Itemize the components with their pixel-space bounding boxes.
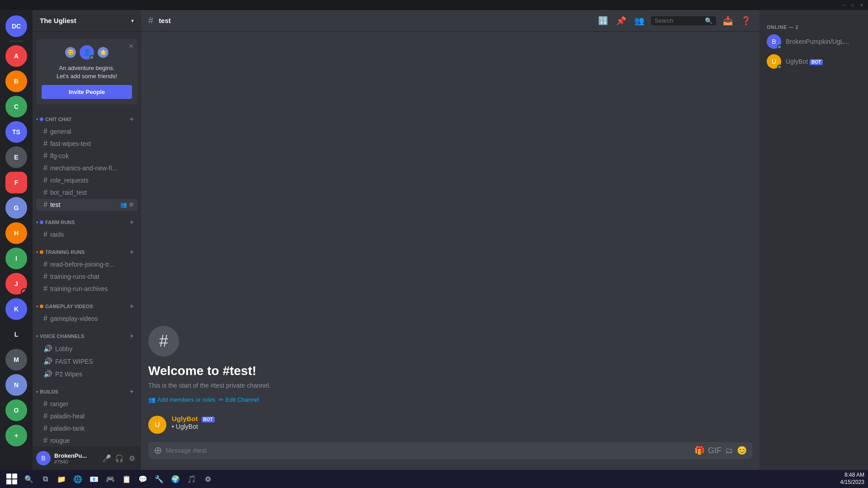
channel-gameplay-videos[interactable]: #gameplay-videos — [36, 313, 137, 324]
category-add-button-voice-channels[interactable]: + — [130, 332, 134, 340]
task-view-button[interactable]: ⧉ — [38, 472, 52, 486]
server-icon-server-f[interactable]: F — [5, 172, 27, 193]
channel-paladin-heal[interactable]: #paladin-heal — [36, 410, 137, 422]
category-collapse-icon: ▾ — [36, 117, 38, 122]
server-icon-server-j[interactable]: J1 — [5, 273, 27, 295]
app5-taskbar-button[interactable]: 📋 — [119, 472, 134, 486]
category-header-voice-channels[interactable]: ▾VOICE CHANNELS+ — [33, 325, 141, 342]
server-icon-server-o[interactable]: O — [5, 399, 27, 421]
channel-training-runs-chat[interactable]: #training-runs-chat — [36, 271, 137, 282]
adventure-close-button[interactable]: ✕ — [128, 42, 134, 50]
pin-header-button[interactable]: 📌 — [615, 14, 627, 27]
maximize-button[interactable]: □ — [850, 2, 855, 8]
channel-bot-raid-test[interactable]: #bot_raid_test — [36, 187, 137, 198]
app8-taskbar-button[interactable]: 🌍 — [168, 472, 183, 486]
server-icon-server-l[interactable]: L — [5, 324, 27, 345]
category-header-builds[interactable]: ▾BUILDS+ — [33, 380, 141, 398]
gift-button[interactable]: 🎁 — [694, 446, 704, 455]
user-controls: 🎤 🎧 ⚙ — [101, 453, 137, 464]
gif-button[interactable]: GIF — [708, 446, 722, 455]
channel-read-before-joining-tr---[interactable]: #read-before-joining-tr... — [36, 258, 137, 270]
category-dot — [40, 250, 43, 254]
text-channel-icon: # — [43, 400, 47, 408]
invite-people-button[interactable]: Invite People — [42, 85, 132, 99]
channel-paladin-tank[interactable]: #paladin-tank — [36, 422, 137, 434]
settings-button[interactable]: ⚙ — [127, 453, 137, 464]
server-icon-server-h[interactable]: H — [5, 222, 27, 244]
server-icon-server-m[interactable]: M — [5, 349, 27, 371]
edge-taskbar-button[interactable]: 🌐 — [71, 472, 85, 486]
category-add-button-farm-runs[interactable]: + — [130, 218, 134, 226]
app10-taskbar-button[interactable]: ⚙ — [201, 472, 215, 486]
channel-general[interactable]: #general — [36, 126, 137, 137]
add-attachment-button[interactable]: ⊕ — [154, 445, 162, 456]
channel-fast-wipes-text[interactable]: #fast-wipes-text — [36, 138, 137, 150]
sticker-button[interactable]: 🗂 — [725, 446, 733, 455]
xbox-taskbar-button[interactable]: 🎮 — [103, 472, 118, 486]
category-header-training-runs[interactable]: ▾TRAINING RUNS+ — [33, 241, 141, 258]
category-header-chit-chat[interactable]: ▾CHIT CHAT+ — [33, 108, 141, 125]
server-header[interactable]: The Ugliest ▾ — [33, 10, 141, 32]
server-icon-server-e[interactable]: E — [5, 146, 27, 168]
category-add-button-builds[interactable]: + — [130, 388, 134, 396]
category-header-gameplay-videos[interactable]: ▾GAMEPLAY VIDEOS+ — [33, 295, 141, 312]
channel-actions: 👥⚙ — [120, 202, 134, 208]
search-bar[interactable]: Search 🔍 — [651, 16, 716, 25]
channel-settings-icon[interactable]: ⚙ — [129, 202, 134, 208]
channel-FAST-WIPES[interactable]: 🔊FAST WIPES — [36, 355, 137, 367]
app7-taskbar-button[interactable]: 🔧 — [152, 472, 166, 486]
member-item[interactable]: UUglyBotBOT — [763, 52, 864, 71]
members-header-button[interactable]: 👥 — [633, 14, 646, 27]
message-input[interactable] — [165, 442, 691, 459]
server-icon-server-b[interactable]: B — [5, 70, 27, 92]
text-channel-icon: # — [43, 127, 47, 136]
server-icon-server-a[interactable]: A — [5, 45, 27, 67]
welcome-desc: This is the start of the #test private c… — [148, 382, 752, 389]
add-people-icon[interactable]: 👥 — [120, 202, 127, 208]
category-add-button-chit-chat[interactable]: + — [130, 115, 134, 123]
mute-button[interactable]: 🎤 — [101, 453, 112, 464]
server-icon-discord-home[interactable]: DC — [5, 15, 27, 37]
channel-mechanics-and-new-fi---[interactable]: #mechanics-and-new-fi... — [36, 162, 137, 174]
server-icon-server-k[interactable]: K — [5, 298, 27, 320]
server-icon-server-n[interactable]: N — [5, 374, 27, 396]
server-icon-server-g[interactable]: G — [5, 197, 27, 219]
category-collapse-icon: ▾ — [36, 221, 38, 225]
mail-taskbar-button[interactable]: 📧 — [87, 472, 101, 486]
channel-training-run-archives[interactable]: #training-run-archives — [36, 283, 137, 295]
channel-ranger[interactable]: #ranger — [36, 398, 137, 410]
deafen-button[interactable]: 🎧 — [114, 453, 125, 464]
channel-rougue[interactable]: #rougue — [36, 435, 137, 446]
channel-P2-Wipes[interactable]: 🔊P2 Wipes — [36, 368, 137, 380]
server-icon-server-c[interactable]: C — [5, 96, 27, 117]
member-item[interactable]: BBrokenPumpkin/UgL... — [763, 32, 864, 52]
add-members-button[interactable]: 👥 Add members or roles — [148, 396, 215, 403]
voice-channel-name: Lobby — [55, 345, 134, 352]
server-icon-server-i[interactable]: I — [5, 248, 27, 269]
hash-header-button[interactable]: 🔢 — [597, 14, 609, 27]
app6-taskbar-button[interactable]: 💬 — [136, 472, 150, 486]
minimize-button[interactable]: ─ — [841, 2, 846, 8]
app9-taskbar-button[interactable]: 🎵 — [184, 472, 199, 486]
category-add-button-training-runs[interactable]: + — [130, 248, 134, 256]
member-bot-tag: BOT — [810, 59, 823, 65]
server-icon-server-new[interactable]: + — [5, 425, 27, 446]
start-button[interactable] — [4, 471, 20, 487]
edit-channel-button[interactable]: ✏ Edit Channel — [219, 396, 259, 403]
inbox-header-button[interactable]: 📥 — [722, 14, 734, 27]
category-add-button-gameplay-videos[interactable]: + — [130, 302, 134, 310]
server-icon-server-d[interactable]: TS — [5, 121, 27, 143]
search-taskbar-button[interactable]: 🔍 — [22, 472, 36, 486]
channel-lfg-cok[interactable]: #lfg-cok — [36, 150, 137, 162]
help-header-button[interactable]: ❓ — [740, 14, 752, 27]
channel-test[interactable]: #test👥⚙ — [36, 199, 137, 211]
channel-Lobby[interactable]: 🔊Lobby — [36, 343, 137, 355]
files-taskbar-button[interactable]: 📁 — [54, 472, 69, 486]
emoji-button[interactable]: 😊 — [737, 446, 747, 455]
category-gameplay-videos: ▾GAMEPLAY VIDEOS+#gameplay-videos — [33, 295, 141, 324]
channel-role-requests[interactable]: #role_requests — [36, 174, 137, 186]
close-button[interactable]: ✕ — [859, 2, 864, 8]
channel-hash-icon: # — [148, 15, 153, 26]
category-header-farm-runs[interactable]: ▾FARM RUNS+ — [33, 211, 141, 228]
channel-raids[interactable]: #raids — [36, 229, 137, 240]
